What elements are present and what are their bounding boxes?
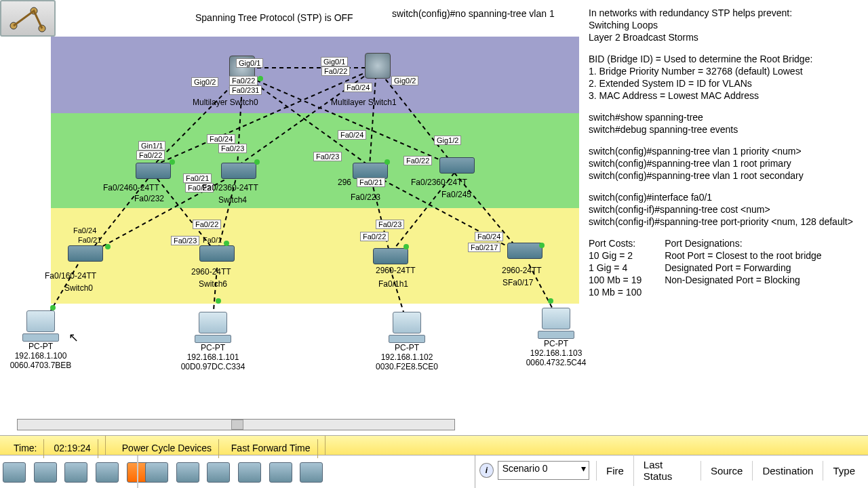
pc-name: PC-PT (366, 343, 448, 352)
device-category-group (0, 460, 153, 487)
port-label: Fa0/23 (376, 220, 404, 229)
port-label: Fa0/217 (468, 243, 500, 252)
port-label: Fa0/24 (344, 83, 372, 92)
access-switch0[interactable] (68, 245, 103, 262)
port-label: Fa0/1 (201, 236, 224, 244)
svg-line-22 (390, 268, 406, 319)
device-model-icon[interactable] (207, 462, 230, 483)
access-switch7[interactable] (507, 243, 542, 259)
col-destination: Destination (752, 461, 823, 481)
switch-label: Switch6 (199, 279, 227, 289)
pc-ip: 192.168.1.102 (366, 352, 448, 362)
router-category-icon[interactable] (3, 462, 26, 483)
pc2[interactable]: PC-PT 192.168.1.102 0030.F2E8.5CE0 (366, 312, 448, 371)
switch-label: Fa0/2360-24TT (411, 178, 467, 187)
switch-label: Fa0/1h1 (378, 279, 408, 289)
hub-category-icon[interactable] (64, 462, 87, 483)
link-state-dot (403, 244, 409, 249)
col-fire: Fire (596, 461, 633, 481)
status-bar: Time: 02:19:24 Power Cycle Devices Fast … (0, 435, 868, 455)
link-state-dot (384, 159, 390, 165)
pc-name: PC-PT (515, 339, 597, 348)
port-label: Gig0/1 (321, 57, 348, 66)
pc0[interactable]: PC-PT 192.168.1.100 0060.4703.7BEB (0, 310, 81, 370)
device-model-icon[interactable] (145, 462, 168, 483)
info-icon[interactable]: i (479, 463, 494, 478)
port-label: Fa0/23 (313, 152, 342, 161)
port-label: Fa0/22 (193, 220, 221, 229)
sim-time: Time: 02:19:24 (0, 436, 106, 455)
multilayer-switch1[interactable] (365, 53, 391, 79)
col-source: Source (701, 461, 753, 481)
link-state-dot (548, 298, 553, 304)
port-label: Fa0/24 (338, 130, 366, 140)
port-costs: 10 Gig = 2 1 Gig = 4 100 Mb = 19 10 Mb =… (589, 249, 642, 298)
device-models-group (142, 460, 326, 487)
link-state-dot (258, 76, 263, 81)
pc1[interactable]: PC-PT 192.168.1.101 00D0.97DC.C334 (172, 312, 254, 371)
port-label: Fa0/21 (76, 236, 103, 244)
switch-category-icon[interactable] (34, 462, 57, 483)
port-desig: Root Port = Closest to the root bridge D… (665, 249, 822, 286)
switch-label: Fa0/2360-24TT (202, 183, 258, 192)
note-priority: switch(config)#spanning-tree vlan 1 prio… (589, 145, 865, 182)
switch-label: 2960-24TT (502, 266, 542, 275)
switch-label: 2960-24TT (376, 266, 416, 275)
note-bid: BID (Bridge ID) = Used to determine the … (589, 53, 865, 102)
horizontal-scrollbar[interactable] (17, 419, 455, 430)
port-label: Gig0/2 (391, 76, 418, 85)
switch-label: 296 (338, 178, 351, 187)
ms1-label: Multilayer Switch1 (331, 98, 397, 107)
scenario-panel: i Scenario 0 Fire Last Status Source Des… (475, 455, 868, 488)
pc3[interactable]: PC-PT 192.168.1.103 0060.4732.5C44 (515, 308, 597, 367)
switch-label: Fa0/160-24TT (45, 271, 96, 281)
port-desig-heading: Port Designations: (665, 237, 822, 249)
port-label: Fa0/22 (403, 156, 432, 165)
device-model-icon[interactable] (176, 462, 199, 483)
wireless-category-icon[interactable] (96, 462, 119, 483)
port-label: Gig1/2 (434, 136, 461, 145)
port-label: Fa0/22 (321, 66, 350, 76)
port-label: Fa0/23 (218, 144, 247, 153)
port-label: Fa0/21 (357, 178, 385, 187)
link-state-dot (254, 159, 260, 165)
link-lines (0, 0, 583, 393)
dist-switch-b[interactable] (221, 163, 256, 179)
link-state-dot (170, 159, 175, 165)
switch-label: Fa0/245 (441, 190, 471, 199)
scrollbar-thumb[interactable] (231, 420, 243, 430)
port-label: Fa0/22 (136, 150, 165, 160)
switch-label: Switch0 (64, 283, 93, 293)
svg-line-8 (153, 68, 376, 166)
device-model-icon[interactable] (269, 462, 292, 483)
col-type: Type (823, 461, 865, 481)
power-cycle-button[interactable]: Power Cycle Devices Fast Forward Time (108, 436, 326, 455)
device-model-icon[interactable] (238, 462, 261, 483)
port-label: Fa0/231 (229, 85, 262, 95)
link-state-dot (224, 241, 229, 246)
workspace-canvas[interactable]: Spanning Tree Protocol (STP) is OFF swit… (0, 0, 868, 488)
col-last-status: Last Status (633, 455, 701, 486)
port-label: Gin1/1 (138, 141, 165, 150)
link-state-dot (539, 243, 545, 248)
access-switch1[interactable] (373, 248, 408, 264)
scenario-select[interactable]: Scenario 0 (498, 461, 589, 480)
pc-ip: 192.168.1.100 (0, 351, 81, 361)
tray-separator (137, 455, 138, 488)
pc-ip: 192.168.1.103 (515, 348, 597, 358)
port-label: Gig0/2 (191, 77, 218, 87)
pc-name: PC-PT (0, 342, 81, 351)
pc-icon (26, 310, 55, 332)
switch-label: SFa0/17 (502, 278, 533, 287)
port-costs-heading: Port Costs: (589, 237, 642, 249)
dist-switch-c[interactable] (353, 163, 388, 179)
switch-label: Fa0/232 (134, 194, 164, 203)
dist-switch-a[interactable] (136, 163, 171, 179)
dist-switch-d[interactable] (439, 157, 475, 174)
access-switch6[interactable] (199, 245, 235, 262)
pc-mac: 0060.4732.5C44 (515, 358, 597, 367)
device-model-icon[interactable] (300, 462, 323, 483)
notes-panel: In networks with redundancy STP helps pr… (589, 7, 865, 298)
pc-mac: 0060.4703.7BEB (0, 361, 81, 370)
pc-icon (542, 308, 570, 329)
